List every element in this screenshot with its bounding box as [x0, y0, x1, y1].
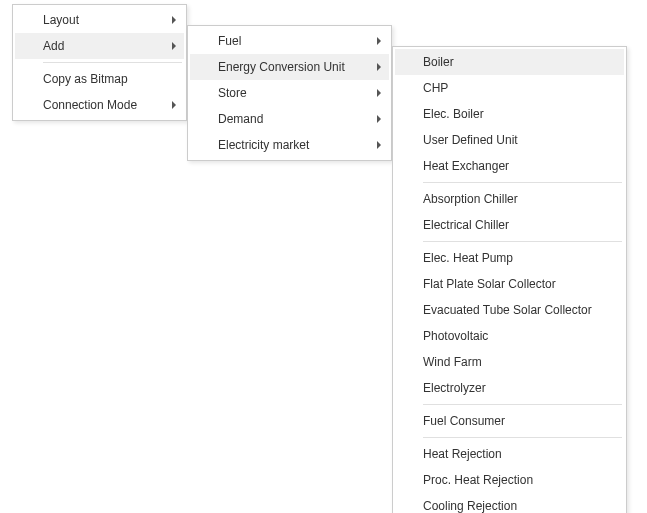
menu-separator — [43, 62, 182, 63]
menu-item-heat-rejection[interactable]: Heat Rejection — [395, 441, 624, 467]
submenu-arrow-icon — [377, 89, 381, 97]
submenu-arrow-icon — [377, 37, 381, 45]
menu-item-energy-conversion-unit[interactable]: Energy Conversion Unit — [190, 54, 389, 80]
menu-item-label: Energy Conversion Unit — [218, 59, 373, 75]
menu-item-flat-plate-solar-collector[interactable]: Flat Plate Solar Collector — [395, 271, 624, 297]
menu-item-label: Heat Exchanger — [423, 158, 616, 174]
menu-item-label: Copy as Bitmap — [43, 71, 168, 87]
menu-item-proc-heat-rejection[interactable]: Proc. Heat Rejection — [395, 467, 624, 493]
menu-item-fuel-consumer[interactable]: Fuel Consumer — [395, 408, 624, 434]
menu-item-chp[interactable]: CHP — [395, 75, 624, 101]
menu-item-label: Layout — [43, 12, 168, 28]
menu-item-label: Electricity market — [218, 137, 373, 153]
menu-item-label: Proc. Heat Rejection — [423, 472, 616, 488]
menu-item-label: Photovoltaic — [423, 328, 616, 344]
menu-item-store[interactable]: Store — [190, 80, 389, 106]
menu-item-label: Boiler — [423, 54, 616, 70]
submenu-arrow-icon — [172, 42, 176, 50]
menu-item-label: Fuel Consumer — [423, 413, 616, 429]
menu-item-boiler[interactable]: Boiler — [395, 49, 624, 75]
menu-item-label: User Defined Unit — [423, 132, 616, 148]
menu-item-copy-as-bitmap[interactable]: Copy as Bitmap — [15, 66, 184, 92]
menu-item-cooling-rejection[interactable]: Cooling Rejection — [395, 493, 624, 513]
menu-separator — [423, 437, 622, 438]
menu-item-label: Elec. Boiler — [423, 106, 616, 122]
menu-item-label: Demand — [218, 111, 373, 127]
menu-item-electrical-chiller[interactable]: Electrical Chiller — [395, 212, 624, 238]
menu-item-add[interactable]: Add — [15, 33, 184, 59]
menu-item-label: Heat Rejection — [423, 446, 616, 462]
menu-item-demand[interactable]: Demand — [190, 106, 389, 132]
submenu-arrow-icon — [377, 141, 381, 149]
menu-item-layout[interactable]: Layout — [15, 7, 184, 33]
menu-item-electrolyzer[interactable]: Electrolyzer — [395, 375, 624, 401]
menu-item-elec-boiler[interactable]: Elec. Boiler — [395, 101, 624, 127]
submenu-arrow-icon — [377, 115, 381, 123]
menu-item-user-defined-unit[interactable]: User Defined Unit — [395, 127, 624, 153]
menu-item-label: Flat Plate Solar Collector — [423, 276, 616, 292]
menu-item-fuel[interactable]: Fuel — [190, 28, 389, 54]
menu-item-elec-heat-pump[interactable]: Elec. Heat Pump — [395, 245, 624, 271]
context-menu-level3: Boiler CHP Elec. Boiler User Defined Uni… — [392, 46, 627, 513]
menu-item-heat-exchanger[interactable]: Heat Exchanger — [395, 153, 624, 179]
submenu-arrow-icon — [377, 63, 381, 71]
submenu-arrow-icon — [172, 101, 176, 109]
menu-item-label: Electrical Chiller — [423, 217, 616, 233]
context-menu-level2: Fuel Energy Conversion Unit Store Demand… — [187, 25, 392, 161]
menu-item-label: Elec. Heat Pump — [423, 250, 616, 266]
menu-item-label: Fuel — [218, 33, 373, 49]
menu-item-label: Cooling Rejection — [423, 498, 616, 513]
menu-item-connection-mode[interactable]: Connection Mode — [15, 92, 184, 118]
menu-item-label: Wind Farm — [423, 354, 616, 370]
context-menu-level1: Layout Add Copy as Bitmap Connection Mod… — [12, 4, 187, 121]
menu-item-photovoltaic[interactable]: Photovoltaic — [395, 323, 624, 349]
menu-item-label: Add — [43, 38, 168, 54]
menu-item-label: Store — [218, 85, 373, 101]
menu-separator — [423, 241, 622, 242]
menu-item-label: Electrolyzer — [423, 380, 616, 396]
menu-item-label: Evacuated Tube Solar Collector — [423, 302, 616, 318]
menu-item-evacuated-tube-solar-collector[interactable]: Evacuated Tube Solar Collector — [395, 297, 624, 323]
menu-separator — [423, 182, 622, 183]
menu-item-wind-farm[interactable]: Wind Farm — [395, 349, 624, 375]
submenu-arrow-icon — [172, 16, 176, 24]
menu-item-electricity-market[interactable]: Electricity market — [190, 132, 389, 158]
menu-separator — [423, 404, 622, 405]
menu-item-label: CHP — [423, 80, 616, 96]
menu-item-label: Absorption Chiller — [423, 191, 616, 207]
menu-item-absorption-chiller[interactable]: Absorption Chiller — [395, 186, 624, 212]
menu-item-label: Connection Mode — [43, 97, 168, 113]
